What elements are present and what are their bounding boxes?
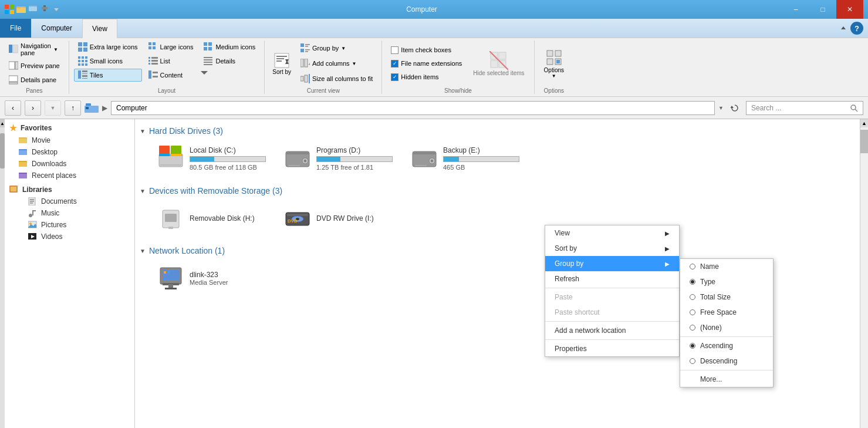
sub-name-radio <box>690 264 695 269</box>
content-button[interactable]: Content <box>144 69 198 82</box>
address-input[interactable]: Computer <box>111 101 715 115</box>
group-by-button[interactable]: Group by ▼ <box>296 42 377 55</box>
svg-rect-8 <box>29 6 37 11</box>
maximize-button[interactable]: □ <box>809 0 836 19</box>
sidebar-scroll-thumb[interactable] <box>0 133 5 168</box>
sidebar-item-documents[interactable]: Documents <box>5 196 134 207</box>
sidebar-item-videos[interactable]: Videos <box>5 231 134 242</box>
network-toggle[interactable]: ▼ <box>140 248 146 254</box>
large-icons-button[interactable]: Large icons <box>144 41 198 53</box>
sidebar-item-recent-places[interactable]: Recent places <box>5 170 134 181</box>
add-columns-button[interactable]: + Add columns ▼ <box>296 57 377 70</box>
back-button[interactable]: ‹ <box>5 100 21 116</box>
svg-marker-12 <box>841 26 846 29</box>
svg-rect-42 <box>151 57 158 59</box>
sidebar-scrollbar[interactable]: ▲ ▼ <box>0 119 5 428</box>
drive-d[interactable]: Programs (D:) 1.25 TB free of 1.81 <box>278 140 396 177</box>
ctx-sort-by[interactable]: Sort by ▶ <box>545 241 679 256</box>
sub-name[interactable]: Name <box>680 259 773 274</box>
size-all-columns-button[interactable]: Size all columns to fit <box>296 72 377 85</box>
ctx-refresh[interactable]: Refresh <box>545 271 679 287</box>
refresh-button[interactable] <box>727 100 742 116</box>
ctx-group-by[interactable]: Group by ▶ <box>545 256 679 271</box>
drive-c[interactable]: Local Disk (C:) 80.5 GB free of 118 GB <box>151 140 269 177</box>
sub-free-space[interactable]: Free Space <box>680 305 773 320</box>
svg-rect-95 <box>19 137 22 139</box>
favorites-header[interactable]: ★ Favorites <box>5 122 134 134</box>
content-scrollbar[interactable]: ▲ ▼ <box>860 119 868 428</box>
content-scroll-up[interactable]: ▲ <box>860 119 868 127</box>
svg-rect-41 <box>148 57 150 59</box>
drive-c-bar-fill <box>190 157 214 161</box>
details-pane-button[interactable]: Details pane <box>5 73 60 86</box>
close-button[interactable]: ✕ <box>836 0 863 19</box>
list-button[interactable]: List <box>144 55 198 68</box>
details-pane-icon <box>9 75 18 85</box>
small-icons-icon <box>78 56 87 66</box>
file-name-extensions-toggle[interactable]: File name extensions <box>387 58 466 69</box>
sidebar-scroll-up[interactable]: ▲ <box>0 119 5 127</box>
search-box[interactable]: Search ... <box>746 101 863 115</box>
hidden-items-toggle[interactable]: Hidden items <box>387 72 466 83</box>
ctx-sep-1 <box>545 288 679 288</box>
medium-icons-button[interactable]: Medium icons <box>200 41 259 53</box>
size-all-columns-icon <box>300 74 310 83</box>
network-dlink[interactable]: dlink-323 Media Server <box>151 260 269 296</box>
large-icons-icon <box>148 42 158 52</box>
tab-computer[interactable]: Computer <box>31 19 82 38</box>
folder-desktop-icon <box>19 148 28 156</box>
sidebar-item-movie[interactable]: Movie <box>5 134 134 146</box>
ctx-paste[interactable]: Paste <box>545 289 679 305</box>
details-icon <box>204 56 213 66</box>
svg-rect-47 <box>148 70 151 79</box>
hdd-toggle[interactable]: ▼ <box>140 128 146 134</box>
sidebar-item-pictures[interactable]: Pictures <box>5 219 134 231</box>
forward-button[interactable]: › <box>25 100 41 116</box>
navigation-pane-button[interactable]: Navigation pane ▼ <box>5 41 62 58</box>
removable-toggle[interactable]: ▼ <box>140 188 146 194</box>
ctx-paste-shortcut[interactable]: Paste shortcut <box>545 305 679 320</box>
hide-selected-items-icon <box>489 51 508 70</box>
star-icon: ★ <box>9 123 17 133</box>
sub-ascending[interactable]: Ascending <box>680 338 773 353</box>
tab-view[interactable]: View <box>82 19 117 38</box>
svg-rect-56 <box>204 62 212 63</box>
drive-e[interactable]: Backup (E:) 465 GB <box>405 140 522 177</box>
tiles-button[interactable]: Tiles <box>74 69 142 82</box>
sub-total-size[interactable]: Total Size <box>680 289 773 305</box>
small-icons-button[interactable]: Small icons <box>74 55 142 68</box>
details-button[interactable]: Details <box>200 55 259 68</box>
ctx-add-network[interactable]: Add a network location <box>545 323 679 338</box>
help-button[interactable]: ? <box>850 22 863 35</box>
svg-rect-29 <box>78 63 80 66</box>
ctx-properties[interactable]: Properties <box>545 341 679 356</box>
sub-more[interactable]: More... <box>680 372 773 387</box>
sidebar-item-downloads[interactable]: Downloads <box>5 158 134 170</box>
up-button[interactable]: ↑ <box>65 100 81 116</box>
minimize-button[interactable]: – <box>782 0 809 19</box>
dvd-drive-i[interactable]: DVD DVD RW Drive (I:) <box>278 200 396 237</box>
ctx-view[interactable]: View ▶ <box>545 225 679 241</box>
item-check-boxes-toggle[interactable]: Item check boxes <box>387 45 466 56</box>
sub-none[interactable]: (None) <box>680 320 773 335</box>
tab-file[interactable]: File <box>0 19 31 38</box>
removable-disk-h[interactable]: Removable Disk (H:) <box>151 200 269 237</box>
medium-icons-icon <box>204 42 213 52</box>
sidebar-item-desktop[interactable]: Desktop <box>5 146 134 158</box>
removable-h-icon <box>157 204 185 232</box>
svg-rect-48 <box>153 72 158 73</box>
options-button[interactable]: Options ▼ <box>539 47 569 80</box>
extra-large-icons-button[interactable]: Extra large icons <box>74 41 142 53</box>
hide-selected-items-button[interactable]: Hide selected items <box>468 50 529 77</box>
removable-section-title: Devices with Removable Storage (3) <box>149 186 282 196</box>
sidebar-item-music[interactable]: Music <box>5 207 134 219</box>
libraries-header[interactable]: Libraries <box>5 184 134 196</box>
dropdown-button[interactable]: ▼ <box>45 100 61 116</box>
preview-pane-button[interactable]: Preview pane <box>5 59 64 72</box>
content-scroll-thumb[interactable] <box>860 130 868 153</box>
sub-descending[interactable]: Descending <box>680 353 773 369</box>
sub-type[interactable]: Type <box>680 274 773 289</box>
sort-by-button[interactable]: Sort by <box>269 50 294 77</box>
drive-c-bar-bg <box>190 156 266 162</box>
ribbon-group-show-hide: Item check boxes File name extensions Hi… <box>382 41 534 94</box>
